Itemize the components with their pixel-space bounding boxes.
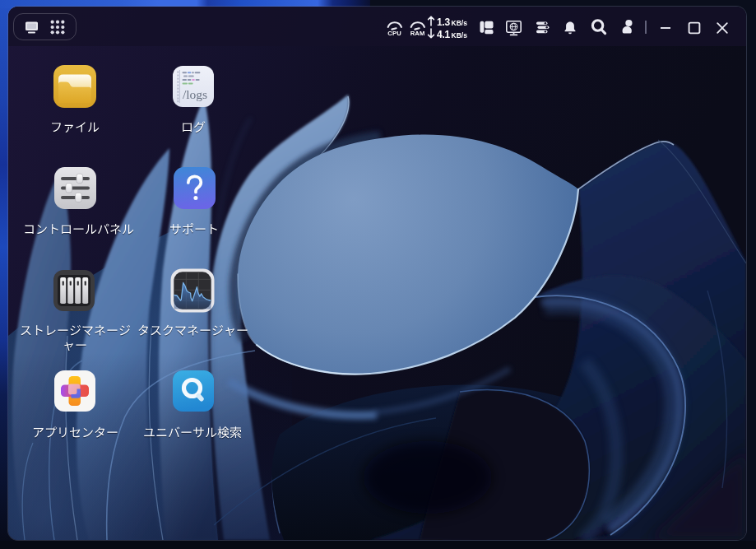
svg-text:RAM: RAM [410, 30, 425, 37]
svg-text:/logs: /logs [183, 87, 207, 101]
svg-text:CPU: CPU [387, 30, 401, 37]
